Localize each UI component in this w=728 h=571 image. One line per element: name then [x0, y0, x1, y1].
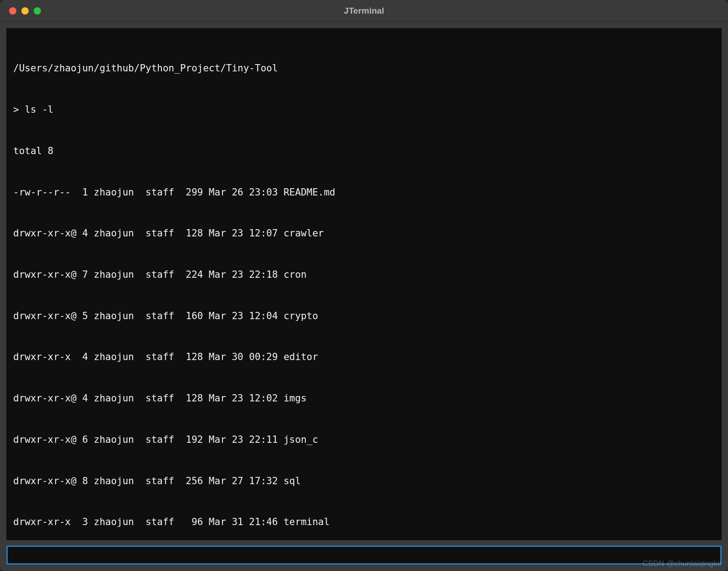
- terminal-line: drwxr-xr-x@ 7 zhaojun staff 224 Mar 23 2…: [13, 268, 715, 281]
- traffic-lights: [0, 7, 41, 15]
- titlebar[interactable]: JTerminal: [0, 0, 728, 22]
- app-window: JTerminal /Users/zhaojun/github/Python_P…: [0, 0, 728, 571]
- terminal-line: /Users/zhaojun/github/Python_Project/Tin…: [13, 61, 715, 75]
- command-input[interactable]: [11, 549, 717, 561]
- content-area: /Users/zhaojun/github/Python_Project/Tin…: [0, 22, 728, 571]
- zoom-icon[interactable]: [34, 7, 41, 15]
- minimize-icon[interactable]: [21, 7, 29, 15]
- terminal-output[interactable]: /Users/zhaojun/github/Python_Project/Tin…: [6, 28, 722, 540]
- terminal-line: drwxr-xr-x 3 zhaojun staff 96 Mar 31 21:…: [13, 515, 715, 529]
- terminal-line: drwxr-xr-x@ 4 zhaojun staff 128 Mar 23 1…: [13, 226, 715, 240]
- terminal-line: drwxr-xr-x 4 zhaojun staff 128 Mar 30 00…: [13, 350, 715, 364]
- terminal-line: drwxr-xr-x@ 4 zhaojun staff 128 Mar 23 1…: [13, 391, 715, 405]
- terminal-line: drwxr-xr-x@ 8 zhaojun staff 256 Mar 27 1…: [13, 474, 715, 488]
- window-title: JTerminal: [344, 6, 384, 16]
- terminal-line: -rw-r--r-- 1 zhaojun staff 299 Mar 26 23…: [13, 185, 715, 199]
- close-icon[interactable]: [9, 7, 16, 15]
- terminal-line: total 8: [13, 144, 715, 158]
- terminal-line: drwxr-xr-x@ 5 zhaojun staff 160 Mar 23 1…: [13, 309, 715, 323]
- command-input-wrapper[interactable]: [6, 546, 722, 565]
- terminal-line: drwxr-xr-x@ 6 zhaojun staff 192 Mar 23 2…: [13, 433, 715, 446]
- terminal-line: > ls -l: [13, 103, 715, 116]
